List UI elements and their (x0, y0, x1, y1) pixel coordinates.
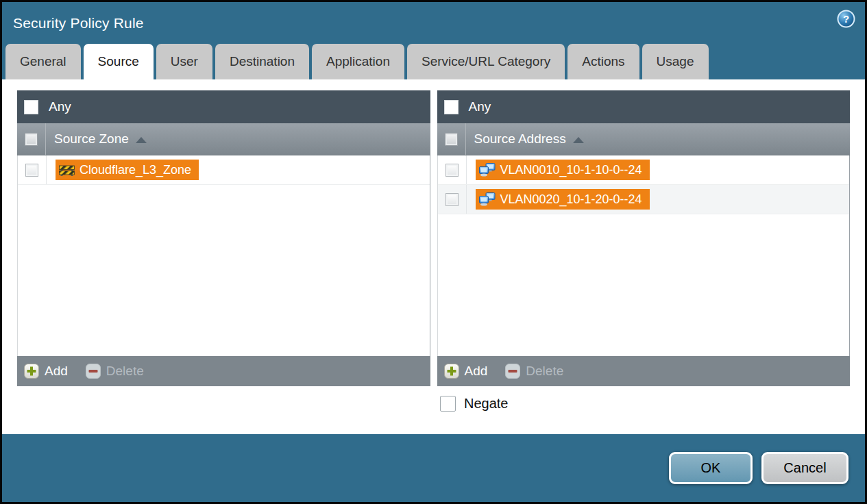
tab-actions[interactable]: Actions (567, 44, 639, 79)
network-address-icon (479, 163, 496, 177)
negate-option: Negate (440, 396, 850, 412)
source-address-toolbar: Add Delete (437, 356, 851, 386)
tab-content-source: Any Source Zone (2, 79, 865, 434)
add-plus-icon (444, 364, 459, 379)
source-zone-add-button[interactable]: Add (24, 364, 68, 379)
source-zone-any-checkbox[interactable] (24, 100, 38, 114)
source-zone-toolbar: Add Delete (17, 356, 430, 386)
svg-text:?: ? (843, 13, 849, 25)
help-icon[interactable]: ? (837, 10, 855, 28)
source-address-delete-button[interactable]: Delete (505, 364, 563, 379)
tab-source[interactable]: Source (84, 44, 154, 79)
cancel-button[interactable]: Cancel (761, 452, 848, 484)
tab-bar: General Source User Destination Applicat… (2, 44, 865, 79)
tab-usage[interactable]: Usage (642, 44, 709, 79)
source-zone-select-all-checkbox[interactable] (25, 133, 38, 146)
source-address-column-header: Source Address (437, 123, 851, 155)
negate-checkbox[interactable] (440, 396, 456, 412)
source-address-list: VLAN0010_10-1-10-0--24 (437, 155, 851, 356)
tab-service-url-category[interactable]: Service/URL Category (407, 44, 565, 79)
dialog-titlebar: Security Policy Rule ? (2, 2, 865, 44)
source-address-select-all-checkbox[interactable] (445, 133, 458, 146)
source-zone-list: Cloudflare_L3_Zone (17, 155, 430, 356)
source-address-any-checkbox[interactable] (444, 100, 459, 114)
source-address-panel: Any Source Address (437, 90, 851, 386)
negate-label: Negate (464, 396, 509, 412)
dialog-title: Security Policy Rule (13, 15, 144, 32)
source-address-row-checkbox[interactable] (445, 164, 459, 177)
source-address-tag[interactable]: VLAN0010_10-1-10-0--24 (476, 160, 650, 180)
source-address-column-label[interactable]: Source Address (474, 123, 584, 155)
ok-button[interactable]: OK (669, 452, 753, 484)
dialog-footer: OK Cancel (2, 434, 865, 502)
sort-ascending-icon (136, 137, 147, 143)
source-zone-any-label: Any (49, 99, 71, 114)
source-zone-tag[interactable]: Cloudflare_L3_Zone (56, 160, 199, 180)
tab-general[interactable]: General (5, 44, 81, 79)
add-plus-icon (24, 364, 39, 379)
source-address-any-label: Any (469, 99, 491, 114)
source-zone-row-checkbox[interactable] (25, 164, 38, 177)
tab-application[interactable]: Application (312, 44, 404, 79)
network-address-icon (479, 192, 496, 206)
source-zone-panel: Any Source Zone (17, 90, 430, 386)
delete-minus-icon (505, 364, 520, 379)
source-zone-delete-button[interactable]: Delete (86, 364, 144, 379)
source-address-row[interactable]: VLAN0020_10-1-20-0--24 (438, 185, 850, 214)
source-zone-name: Cloudflare_L3_Zone (80, 163, 191, 177)
source-address-add-button[interactable]: Add (444, 364, 488, 379)
source-address-row-checkbox[interactable] (445, 193, 459, 206)
tab-user[interactable]: User (156, 44, 212, 79)
sort-ascending-icon (573, 137, 584, 143)
source-address-row[interactable]: VLAN0010_10-1-10-0--24 (438, 155, 850, 185)
source-address-tag[interactable]: VLAN0020_10-1-20-0--24 (476, 189, 650, 210)
source-zone-column-label[interactable]: Source Zone (54, 123, 147, 155)
source-address-name: VLAN0020_10-1-20-0--24 (500, 192, 642, 207)
zone-barrier-icon (59, 164, 75, 177)
delete-minus-icon (86, 364, 101, 379)
security-policy-rule-dialog: Security Policy Rule ? General Source Us… (0, 0, 867, 504)
tab-destination[interactable]: Destination (215, 44, 309, 79)
source-address-any-header: Any (437, 90, 851, 123)
source-zone-row[interactable]: Cloudflare_L3_Zone (18, 155, 430, 185)
source-zone-column-header: Source Zone (17, 123, 430, 155)
source-address-name: VLAN0010_10-1-10-0--24 (500, 163, 642, 177)
source-zone-any-header: Any (17, 90, 430, 123)
